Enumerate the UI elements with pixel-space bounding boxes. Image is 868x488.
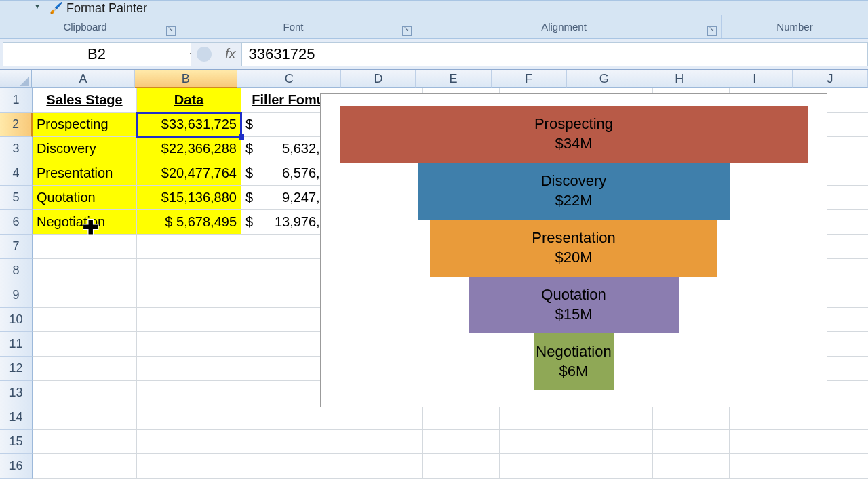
format-painter-icon[interactable]: 🖌️: [46, 1, 66, 14]
cell[interactable]: [137, 308, 241, 332]
row-header-11[interactable]: 11: [0, 332, 33, 357]
chart-bar-presentation[interactable]: Presentation$20M: [430, 220, 717, 277]
row-header-3[interactable]: 3: [0, 137, 33, 161]
cell[interactable]: [500, 430, 576, 454]
formula-input[interactable]: [249, 45, 867, 63]
cell[interactable]: [33, 357, 137, 381]
cell[interactable]: [576, 454, 653, 479]
cell[interactable]: [500, 454, 576, 479]
cell[interactable]: $33,631,725: [137, 113, 241, 137]
row-header-7[interactable]: 7: [0, 235, 33, 259]
cell[interactable]: [423, 454, 500, 479]
cell[interactable]: [576, 430, 653, 454]
cell[interactable]: Data: [137, 88, 241, 113]
name-box[interactable]: [3, 45, 190, 63]
cell[interactable]: [33, 332, 137, 357]
row-header-10[interactable]: 10: [0, 308, 33, 332]
cell[interactable]: [33, 405, 137, 430]
cell[interactable]: Prospecting: [33, 113, 137, 137]
row-header-2[interactable]: 2: [0, 113, 33, 137]
cell[interactable]: $22,366,288: [137, 137, 241, 161]
row-header-16[interactable]: 16: [0, 454, 33, 479]
cell[interactable]: [576, 405, 653, 430]
cell[interactable]: Quotation: [33, 186, 137, 210]
cell[interactable]: Discovery: [33, 137, 137, 161]
cell[interactable]: [241, 405, 347, 430]
cell[interactable]: [137, 259, 241, 283]
row-header-8[interactable]: 8: [0, 259, 33, 283]
row-header-9[interactable]: 9: [0, 283, 33, 308]
column-header-J[interactable]: J: [793, 70, 868, 88]
cancel-formula-icon[interactable]: [197, 47, 212, 62]
cell[interactable]: [347, 454, 423, 479]
chart-bar-negotiation[interactable]: Negotiation$6M: [534, 333, 614, 390]
column-header-I[interactable]: I: [717, 70, 793, 88]
funnel-chart[interactable]: Prospecting$34MDiscovery$22MPresentation…: [320, 93, 827, 407]
cell[interactable]: [806, 405, 868, 430]
cell[interactable]: [653, 454, 730, 479]
cell[interactable]: [730, 405, 806, 430]
chart-bar-discovery[interactable]: Discovery$22M: [418, 163, 730, 220]
fill-handle[interactable]: [239, 134, 244, 140]
cell[interactable]: [806, 430, 868, 454]
cell[interactable]: Presentation: [33, 161, 137, 186]
cell[interactable]: Negotiation: [33, 210, 137, 235]
cell[interactable]: [500, 405, 576, 430]
cell[interactable]: [423, 430, 500, 454]
fx-icon[interactable]: fx: [225, 46, 236, 62]
cell[interactable]: [653, 405, 730, 430]
row-header-6[interactable]: 6: [0, 210, 33, 235]
cell[interactable]: Sales Stage: [33, 88, 137, 113]
chart-bar-prospecting[interactable]: Prospecting$34M: [340, 106, 808, 163]
cell[interactable]: [33, 235, 137, 259]
column-header-F[interactable]: F: [492, 70, 567, 88]
column-header-E[interactable]: E: [416, 70, 491, 88]
dialog-launcher-alignment[interactable]: [707, 15, 717, 38]
column-header-A[interactable]: A: [32, 70, 134, 88]
cell[interactable]: [33, 454, 137, 479]
cell[interactable]: [137, 405, 241, 430]
row-header-12[interactable]: 12: [0, 357, 33, 381]
cell[interactable]: [33, 308, 137, 332]
cell[interactable]: $15,136,880: [137, 186, 241, 210]
cell[interactable]: [137, 283, 241, 308]
row-header-5[interactable]: 5: [0, 186, 33, 210]
cell[interactable]: $20,477,764: [137, 161, 241, 186]
column-header-G[interactable]: G: [567, 70, 642, 88]
select-all-button[interactable]: [0, 70, 32, 88]
row-header-15[interactable]: 15: [0, 430, 33, 454]
dialog-launcher-clipboard[interactable]: [166, 15, 176, 38]
cell[interactable]: [33, 430, 137, 454]
column-header-B[interactable]: B: [135, 70, 237, 88]
row-header-14[interactable]: 14: [0, 405, 33, 430]
cell[interactable]: [33, 381, 137, 405]
column-header-D[interactable]: D: [341, 70, 416, 88]
cell[interactable]: [137, 430, 241, 454]
cell[interactable]: [347, 405, 423, 430]
cell[interactable]: [730, 454, 806, 479]
cell[interactable]: [241, 454, 347, 479]
cell[interactable]: [423, 405, 500, 430]
row-header-4[interactable]: 4: [0, 161, 33, 186]
cell[interactable]: [730, 430, 806, 454]
cell[interactable]: [33, 283, 137, 308]
column-header-H[interactable]: H: [642, 70, 717, 88]
cell[interactable]: [137, 357, 241, 381]
column-header-C[interactable]: C: [237, 70, 341, 88]
row-header-13[interactable]: 13: [0, 381, 33, 405]
worksheet-grid[interactable]: ABCDEFGHIJ 12345678910111213141516 Sales…: [0, 70, 868, 488]
cell[interactable]: [137, 381, 241, 405]
cell[interactable]: [653, 430, 730, 454]
cell[interactable]: [33, 259, 137, 283]
cell[interactable]: [137, 332, 241, 357]
cell[interactable]: [241, 430, 347, 454]
row-header-1[interactable]: 1: [0, 88, 33, 113]
format-painter-label[interactable]: Format Painter: [66, 1, 147, 16]
chart-bar-quotation[interactable]: Quotation$15M: [469, 277, 679, 333]
dialog-launcher-font[interactable]: [402, 15, 412, 38]
chevron-down-icon[interactable]: ▾: [35, 1, 39, 11]
cell[interactable]: [806, 454, 868, 479]
cell[interactable]: [137, 454, 241, 479]
cell[interactable]: $ 5,678,495: [137, 210, 241, 235]
cell[interactable]: [137, 235, 241, 259]
